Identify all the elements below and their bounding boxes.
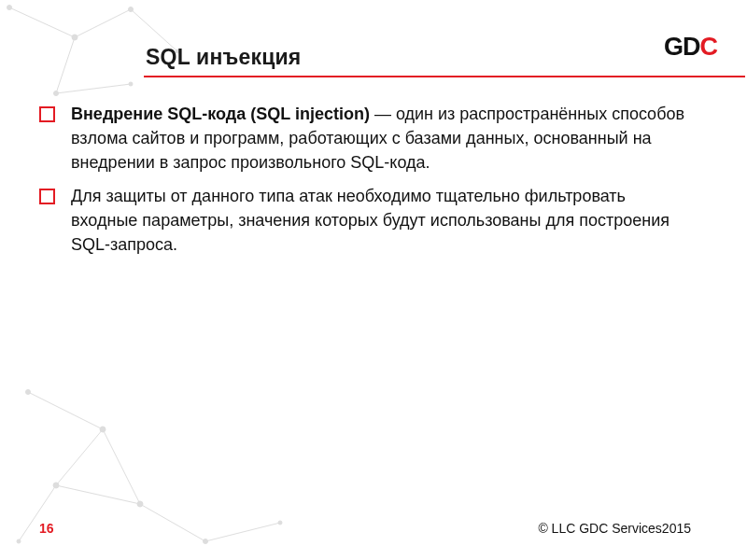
bullet-text: Для защиты от данного типа атак необходи… bbox=[71, 187, 669, 254]
svg-point-23 bbox=[17, 539, 21, 543]
bullet-bold: Внедрение SQL-кода (SQL injection) bbox=[71, 105, 370, 123]
svg-point-19 bbox=[100, 427, 106, 432]
footer: 16 © LLC GDC Services2015 bbox=[0, 521, 747, 536]
header: SQL инъекция bbox=[0, 0, 747, 77]
bullet-item: Для защиты от данного типа атак необходи… bbox=[39, 184, 691, 257]
svg-line-14 bbox=[103, 429, 140, 504]
copyright: © LLC GDC Services2015 bbox=[538, 521, 691, 536]
svg-point-20 bbox=[53, 483, 59, 488]
svg-point-22 bbox=[204, 539, 208, 544]
svg-line-11 bbox=[28, 392, 103, 429]
bullet-list: Внедрение SQL-кода (SQL injection) — оди… bbox=[39, 102, 691, 258]
svg-line-13 bbox=[56, 485, 140, 504]
slide: GDC SQL инъекция Внедрение SQL-кода (SQL… bbox=[0, 0, 747, 560]
svg-point-21 bbox=[137, 501, 143, 507]
slide-title: SQL инъекция bbox=[146, 45, 301, 70]
svg-line-12 bbox=[56, 429, 103, 485]
bullet-item: Внедрение SQL-кода (SQL injection) — оди… bbox=[39, 102, 691, 175]
page-number: 16 bbox=[39, 521, 54, 536]
body: Внедрение SQL-кода (SQL injection) — оди… bbox=[0, 77, 747, 258]
svg-point-18 bbox=[26, 390, 31, 395]
